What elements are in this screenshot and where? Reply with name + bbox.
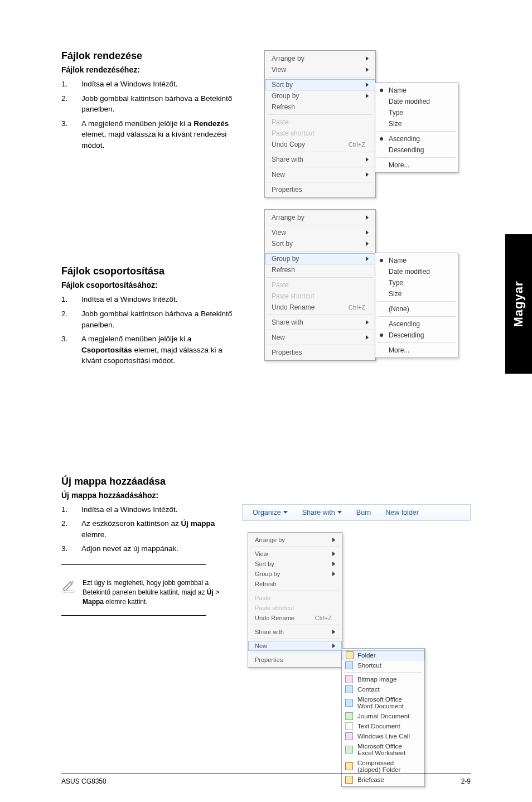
figure-group-menu: Arrange byViewSort byGroup byRefreshPast… [264,209,471,361]
submenu-item[interactable]: Windows Live Call [342,731,424,741]
menu-item[interactable]: Properties [248,655,342,665]
chevron-right-icon [366,67,369,72]
chevron-down-icon [283,511,288,514]
bullet-icon [380,89,383,92]
chevron-right-icon [332,552,335,556]
chevron-right-icon [332,538,335,542]
chevron-right-icon [332,562,335,566]
file-type-icon [345,746,353,753]
file-type-icon [345,685,353,693]
file-type-icon [346,651,354,659]
menu-item[interactable]: Properties [265,347,375,358]
submenu-item[interactable]: Folder [342,650,424,660]
file-type-icon [345,661,353,669]
section3-title: Új mappa hozzáadása [61,476,471,487]
toolbar-new-folder[interactable]: New folder [385,509,419,516]
menu-item[interactable]: View [265,227,375,238]
page-footer: ASUS CG8350 2-9 [61,774,471,785]
menu-item: Paste [265,279,375,291]
menu-item[interactable]: Properties [265,184,375,195]
menu-item[interactable]: Share with [265,317,375,328]
submenu-item[interactable]: Type [375,277,458,288]
menu-item[interactable]: Share with [265,154,375,165]
menu-item[interactable]: Refresh [248,579,342,589]
submenu-item[interactable]: Ascending [375,318,458,330]
submenu-item[interactable]: Name [375,255,458,266]
submenu-item[interactable]: Name [375,85,458,96]
menu-item[interactable]: Undo CopyCtrl+Z [265,139,375,150]
menu-item[interactable]: New [265,332,375,343]
menu-item[interactable]: Sort by [265,79,375,90]
section3-steps: 1.Indítsa el a Windows Intézőt. 2.Az esz… [61,504,233,554]
chevron-right-icon [366,94,369,98]
submenu-item[interactable]: Journal Document [342,711,424,721]
note: Ezt úgy is megteheti, hogy jobb gombbal … [61,574,223,611]
chevron-right-icon [332,572,335,576]
submenu-item[interactable]: Descending [375,144,458,156]
submenu-item[interactable]: Contact [342,684,424,694]
file-type-icon [345,722,353,730]
menu-item[interactable]: View [248,549,342,559]
menu-item: Paste [265,117,375,128]
menu-item[interactable]: Group by [265,253,375,264]
menu-item[interactable]: Refresh [265,264,375,276]
submenu-item[interactable]: More... [375,160,458,171]
chevron-right-icon [366,83,369,87]
submenu-item[interactable]: Compressed (zipped) Folder [342,758,424,775]
submenu-item[interactable]: Descending [375,330,458,341]
submenu-item[interactable]: More... [375,345,458,356]
submenu-item[interactable]: Bitmap image [342,674,424,684]
toolbar-organize[interactable]: Organize [253,509,288,516]
footer-left: ASUS CG8350 [61,777,107,785]
section3-subtitle: Új mappa hozzáadásához: [61,491,471,500]
submenu-item[interactable]: Date modified [375,266,458,277]
submenu-item[interactable]: Type [375,107,458,118]
chevron-right-icon [332,630,335,634]
menu-item[interactable]: View [265,64,375,75]
chevron-right-icon [366,56,369,61]
explorer-toolbar: Organize Share with Burn New folder [242,504,471,521]
section1-steps: 1.Indítsa el a Windows Intézőt. 2.Jobb g… [61,79,240,151]
menu-item[interactable]: Group by [265,90,375,102]
menu-item: Paste shortcut [265,291,375,302]
submenu-item[interactable]: Microsoft Office Word Document [342,694,424,711]
menu-item[interactable]: Undo RenameCtrl+Z [265,302,375,313]
bullet-icon [380,259,383,262]
chevron-right-icon [366,230,369,235]
bullet-icon [380,137,383,141]
chevron-right-icon [366,172,369,177]
submenu-item[interactable]: Text Document [342,721,424,731]
toolbar-burn[interactable]: Burn [356,509,371,516]
submenu-item[interactable]: Size [375,118,458,129]
submenu-item[interactable]: Ascending [375,133,458,144]
chevron-right-icon [366,215,369,220]
file-type-icon [345,699,353,707]
toolbar-share[interactable]: Share with [302,509,342,516]
file-type-icon [345,712,353,720]
menu-item[interactable]: Group by [248,569,342,579]
file-type-icon [345,675,353,683]
menu-item[interactable]: New [248,641,342,651]
menu-item[interactable]: New [265,169,375,180]
chevron-right-icon [366,241,369,246]
menu-item[interactable]: Sort by [248,559,342,569]
menu-item[interactable]: Refresh [265,102,375,113]
chevron-down-icon [337,511,342,514]
svg-point-0 [62,591,75,593]
menu-item[interactable]: Arrange by [265,53,375,64]
menu-item: Paste [248,593,342,603]
footer-right: 2-9 [461,777,471,785]
chevron-right-icon [332,644,335,648]
menu-item[interactable]: Arrange by [265,212,375,223]
submenu-item[interactable]: Microsoft Office Excel Worksheet [342,741,424,758]
submenu-item[interactable]: Date modified [375,96,458,107]
menu-item[interactable]: Undo RenameCtrl+Z [248,613,342,623]
menu-item[interactable]: Sort by [265,238,375,249]
chevron-right-icon [366,157,369,162]
submenu-item[interactable]: Shortcut [342,660,424,670]
chevron-right-icon [366,257,369,261]
submenu-item[interactable]: Size [375,288,458,299]
menu-item[interactable]: Share with [248,627,342,637]
submenu-item[interactable]: (None) [375,303,458,315]
menu-item[interactable]: Arrange by [248,535,342,545]
